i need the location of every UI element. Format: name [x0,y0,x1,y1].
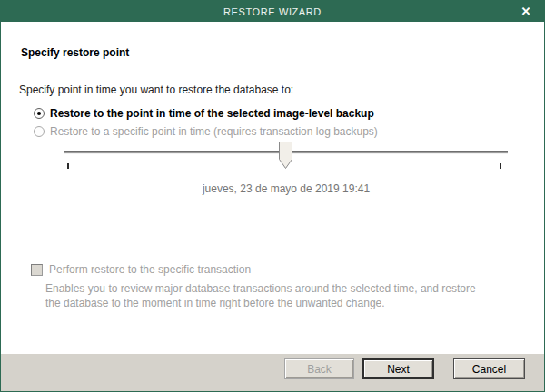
titlebar[interactable]: RESTORE WIZARD ✕ [1,1,544,22]
window-title: RESTORE WIZARD [223,6,322,17]
close-icon[interactable]: ✕ [513,1,539,22]
slider-thumb[interactable] [278,141,294,172]
slider-tick-start [67,163,69,169]
selected-restore-datetime: jueves, 23 de mayo de 2019 19:41 [64,182,508,195]
restore-point-prompt: Specify point in time you want to restor… [19,83,293,96]
transaction-restore-description: Enables you to review major database tra… [45,281,492,310]
next-button[interactable]: Next [362,358,434,379]
radio-disabled-icon [34,126,45,137]
page-title: Specify restore point [21,46,129,59]
cancel-button[interactable]: Cancel [453,358,525,379]
radio-specific-point-in-time: Restore to a specific point in time (req… [34,125,378,138]
slider-tick-end [500,163,501,169]
perform-restore-transaction-checkbox-row: Perform restore to the specific transact… [31,263,251,276]
radio-specific-point-in-time-label: Restore to a specific point in time (req… [50,125,378,138]
checkbox-disabled-icon [31,264,43,276]
restore-wizard-dialog: RESTORE WIZARD ✕ Specify restore point S… [0,0,545,392]
radio-image-level-backup-label: Restore to the point in time of the sele… [50,107,374,120]
back-button: Back [284,358,354,379]
perform-restore-transaction-label: Perform restore to the specific transact… [49,263,251,276]
radio-selected-icon[interactable] [34,108,45,119]
button-bar: Back Next Cancel [1,354,544,391]
radio-image-level-backup[interactable]: Restore to the point in time of the sele… [34,107,374,120]
